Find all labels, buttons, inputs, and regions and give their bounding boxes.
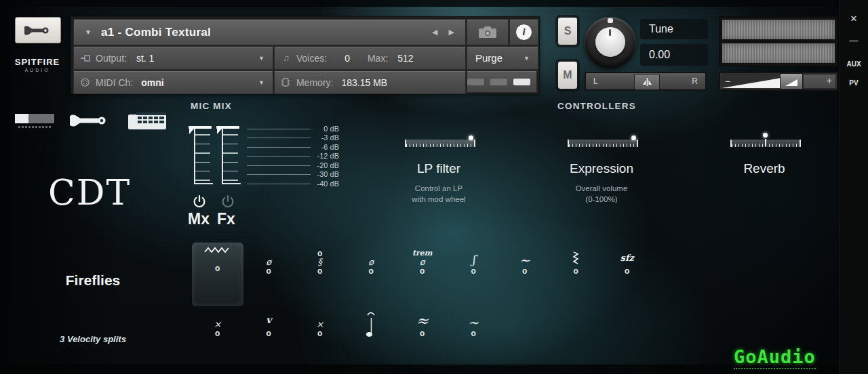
pan-center-icon (642, 77, 653, 87)
articulation-cell[interactable]: ∼ o (499, 243, 551, 276)
db-scale-gridlines (247, 129, 311, 186)
articulation-cell[interactable]: ø o (346, 243, 397, 276)
mic1-label: Mx (188, 210, 210, 228)
led-segment (490, 79, 507, 85)
note-circle: o (215, 264, 220, 274)
volume-handle[interactable] (780, 73, 803, 89)
knob-pointer (609, 29, 611, 36)
articulation-cell[interactable]: o (551, 243, 602, 276)
slider-handle[interactable] (469, 136, 473, 140)
goaudio-watermark: GoAudio (734, 346, 816, 369)
brand-sub: AUDIO (7, 68, 68, 72)
reverb-slider[interactable] (730, 140, 801, 147)
articulation-cell[interactable]: ∼ o (448, 306, 500, 339)
articulation-cell[interactable]: ʃ o (448, 243, 500, 276)
articulation-symbol: v (266, 314, 271, 326)
articulation-symbol: ø (368, 257, 374, 266)
memory-level-leds (467, 70, 537, 93)
edit-wrench-button[interactable] (15, 17, 61, 43)
articulation-cell[interactable] (346, 306, 397, 339)
mic1-fader[interactable] (189, 125, 216, 187)
notes-icon: ♫ (281, 53, 291, 63)
vertical-squiggle-icon (572, 251, 579, 265)
slider-handle[interactable] (763, 133, 768, 138)
volume-minus[interactable]: − (725, 76, 730, 87)
note-circle: o (574, 266, 578, 276)
note-with-arc-icon (365, 310, 377, 339)
note-circle: o (420, 266, 425, 276)
fader-base (222, 183, 241, 184)
output-selector[interactable]: Output: st. 1 ▼ (73, 46, 273, 70)
tune-label-box: Tune (640, 19, 708, 39)
info-button[interactable]: i (509, 19, 538, 45)
next-instrument-icon[interactable]: ▶ (443, 25, 460, 39)
midi-channel-selector[interactable]: MIDI Ch: omni ▼ (73, 70, 273, 94)
spitfire-logo: SPITFIRE AUDIO (7, 57, 68, 72)
memory-label: Memory: (296, 77, 333, 88)
articulation-cell[interactable]: ø o (243, 243, 295, 276)
chevron-down-icon[interactable]: ▼ (258, 55, 264, 62)
articulation-cell[interactable]: o § o (294, 243, 346, 276)
note-circle: o (522, 266, 527, 276)
chevron-down-icon[interactable]: ▼ (258, 79, 264, 86)
purge-button[interactable]: Purge ▼ (467, 46, 538, 70)
reverb-label: Reverb (717, 161, 812, 176)
lp-filter-label: LP filter (391, 161, 486, 176)
articulation-cell[interactable]: × o (192, 306, 243, 339)
pan-handle[interactable] (634, 74, 660, 90)
articulation-symbol: ≈ (416, 314, 429, 329)
keyboard-tab-button[interactable] (128, 112, 166, 129)
desc-line: (0-100%) (585, 195, 617, 203)
instrument-title-bar[interactable]: ▼ a1 - Combi Textural ◀ ▶ (73, 19, 466, 45)
fader-ticks (223, 134, 238, 184)
library-logo: CDT (42, 172, 137, 213)
tune-value: 0.00 (649, 49, 670, 61)
articulation-cell[interactable]: × o (294, 306, 346, 339)
keyboard-icon (128, 112, 166, 129)
lp-filter-slider[interactable] (405, 140, 475, 147)
tune-value-box[interactable]: 0.00 (640, 44, 708, 66)
mic2-label: Fx (217, 210, 235, 228)
prev-instrument-icon[interactable]: ◀ (427, 25, 443, 39)
articulation-cell[interactable]: v o (243, 306, 295, 339)
volume-plus[interactable]: + (827, 75, 832, 86)
articulation-row-1: o ø o o § o ø o trem ø o ʃ o ∼ o (192, 243, 653, 306)
camera-icon (478, 26, 497, 39)
solo-button[interactable]: S (557, 17, 578, 45)
note-circle: o (215, 329, 220, 339)
mic2-fader[interactable] (216, 125, 243, 187)
expression-slider[interactable] (568, 140, 638, 147)
mic1-power-button[interactable] (192, 194, 207, 209)
articulation-cell[interactable]: sfz o (601, 243, 653, 276)
pv-button[interactable]: PV (840, 79, 867, 87)
articulation-row-2: × o v o × o ≈ o ∼ o (192, 306, 499, 339)
note-circle: o (471, 266, 476, 276)
aux-button[interactable]: AUX (840, 60, 867, 68)
settings-tab-button[interactable] (70, 112, 109, 129)
minimize-icon[interactable]: — (840, 35, 867, 45)
kontakt-window: SPITFIRE AUDIO ▼ a1 - Combi Textural ◀ ▶… (0, 0, 868, 374)
wrench-icon (24, 24, 52, 37)
rack-frame-top (0, 0, 868, 7)
expression-desc: Overall volume (0-100%) (554, 183, 649, 205)
slider-handle[interactable] (631, 136, 636, 140)
tune-knob[interactable] (585, 17, 636, 68)
articulation-symbol: ʃ (472, 253, 475, 266)
mic2-power-button[interactable] (220, 194, 235, 209)
chevron-down-icon[interactable]: ▼ (85, 28, 92, 36)
db-label: -40 dB (311, 180, 339, 188)
articulation-cell[interactable]: ≈ o (397, 306, 448, 339)
output-level-meters (719, 16, 838, 66)
pan-slider[interactable]: L R (585, 72, 707, 91)
chevron-down-icon[interactable]: ▼ (524, 55, 530, 62)
db-label: -6 dB (311, 143, 339, 151)
articulation-cell[interactable]: trem ø o (397, 243, 448, 276)
midi-port-icon (81, 78, 90, 87)
snapshot-camera-button[interactable] (467, 19, 509, 45)
articulation-cell-selected[interactable]: o (192, 243, 243, 306)
volume-slider[interactable]: − + (719, 72, 838, 91)
mute-button[interactable]: M (557, 61, 578, 89)
close-icon[interactable]: ✕ (840, 14, 867, 24)
fader-flag (189, 129, 194, 134)
mixer-tab-button[interactable] (15, 114, 54, 123)
